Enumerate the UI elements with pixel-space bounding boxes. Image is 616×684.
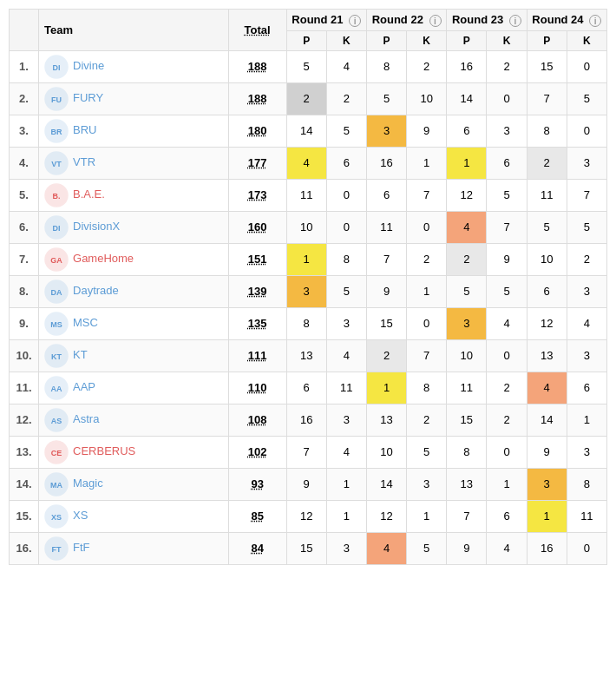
round22-info-icon[interactable]: i <box>429 15 442 27</box>
r21-p-cell: 11 <box>286 179 326 211</box>
total-value: 108 <box>248 413 267 426</box>
r21-k-header: K <box>326 30 366 50</box>
table-row: 5. B. B.A.E.17311067125117 <box>10 179 607 211</box>
rank-cell: 7. <box>10 243 39 275</box>
r23-p-cell: 3 <box>447 307 487 339</box>
r22-k-cell: 2 <box>407 404 447 436</box>
r21-p-cell: 13 <box>286 339 326 372</box>
total-cell: 173 <box>228 179 286 211</box>
table-row: 14. MA Magic939114313138 <box>10 468 607 500</box>
r23-p-cell: 8 <box>447 436 487 468</box>
r24-k-cell: 3 <box>567 339 606 372</box>
r22-k-cell: 9 <box>407 115 447 147</box>
table-row: 4. VT VTR177461611623 <box>10 147 607 179</box>
r22-p-cell: 14 <box>366 468 406 500</box>
r24-p-cell: 16 <box>527 532 567 564</box>
r21-p-cell: 16 <box>286 404 326 436</box>
table-row: 9. MS MSC1358315034124 <box>10 307 607 339</box>
r22-k-header: K <box>407 30 447 50</box>
r22-k-cell: 3 <box>407 468 447 500</box>
team-name: BRU <box>73 123 96 136</box>
total-cell: 188 <box>228 82 286 115</box>
team-name: FtF <box>73 541 90 554</box>
r24-k-cell: 11 <box>567 500 606 532</box>
r23-k-cell: 0 <box>487 339 527 372</box>
round21-info-icon[interactable]: i <box>349 15 361 27</box>
total-value: 139 <box>248 285 267 298</box>
total-cell: 151 <box>228 243 286 275</box>
r24-p-header: P <box>527 30 567 50</box>
table-row: 8. DA Daytrade13935915563 <box>10 275 607 307</box>
r23-p-cell: 14 <box>447 82 487 115</box>
team-logo: AS <box>44 408 69 432</box>
team-cell: DI Divine <box>39 50 229 82</box>
r24-p-cell: 10 <box>527 243 567 275</box>
team-name: AAP <box>73 380 95 393</box>
total-cell: 108 <box>228 404 286 436</box>
r24-k-cell: 3 <box>567 275 606 307</box>
r24-k-cell: 3 <box>567 147 606 179</box>
r24-p-cell: 6 <box>527 275 567 307</box>
r22-p-cell: 10 <box>366 436 406 468</box>
svg-text:MA: MA <box>50 481 62 490</box>
r21-p-cell: 9 <box>286 468 326 500</box>
r22-p-cell: 15 <box>366 307 406 339</box>
svg-text:B.: B. <box>53 192 61 201</box>
total-value: 177 <box>248 156 267 169</box>
r24-k-cell: 7 <box>567 179 606 211</box>
r24-p-cell: 8 <box>527 115 567 147</box>
team-cell: VT VTR <box>39 147 229 179</box>
total-value: 84 <box>251 542 263 555</box>
round22-header: Round 22 i <box>366 10 446 31</box>
total-value: 110 <box>248 381 267 394</box>
round24-info-icon[interactable]: i <box>589 15 601 27</box>
svg-text:CE: CE <box>51 449 62 457</box>
r21-p-cell: 15 <box>286 532 326 564</box>
r21-k-cell: 0 <box>326 179 366 211</box>
r21-k-cell: 0 <box>326 211 366 243</box>
r23-k-cell: 4 <box>487 532 527 564</box>
r21-k-cell: 4 <box>326 50 366 82</box>
r22-p-cell: 2 <box>366 339 406 372</box>
rank-cell: 15. <box>10 500 39 532</box>
r23-p-cell: 4 <box>447 211 487 243</box>
r22-k-cell: 1 <box>407 147 447 179</box>
r24-p-cell: 9 <box>527 436 567 468</box>
table-row: 12. AS Astra108163132152141 <box>10 404 607 436</box>
svg-text:DA: DA <box>51 288 62 297</box>
team-name: MSC <box>73 316 98 329</box>
r24-k-cell: 2 <box>567 243 606 275</box>
r22-p-cell: 9 <box>366 275 406 307</box>
r22-p-cell: 8 <box>366 50 406 82</box>
r23-k-cell: 6 <box>487 147 527 179</box>
team-cell: DA Daytrade <box>39 275 229 307</box>
r23-p-cell: 12 <box>447 179 487 211</box>
team-cell: BR BRU <box>39 115 229 147</box>
rank-cell: 16. <box>10 532 39 564</box>
team-logo: KT <box>44 344 69 368</box>
r22-k-cell: 5 <box>407 436 447 468</box>
r23-k-cell: 2 <box>487 372 527 404</box>
team-logo: DA <box>44 280 69 304</box>
total-cell: 188 <box>228 50 286 82</box>
team-cell: MS MSC <box>39 307 229 339</box>
r21-p-cell: 8 <box>286 307 326 339</box>
r22-p-cell: 3 <box>366 115 406 147</box>
table-row: 7. GA GameHome151187229102 <box>10 243 607 275</box>
r23-p-cell: 7 <box>447 500 487 532</box>
r22-k-cell: 1 <box>407 275 447 307</box>
r21-k-cell: 8 <box>326 243 366 275</box>
total-header: Total <box>228 10 286 51</box>
rank-cell: 3. <box>10 115 39 147</box>
r24-k-cell: 6 <box>567 372 606 404</box>
team-logo: BR <box>44 119 69 143</box>
r21-p-header: P <box>286 30 326 50</box>
total-value: 173 <box>248 188 267 201</box>
round23-info-icon[interactable]: i <box>509 15 521 27</box>
r21-k-cell: 2 <box>326 82 366 115</box>
r23-p-cell: 13 <box>447 468 487 500</box>
r23-p-cell: 10 <box>447 339 487 372</box>
total-value: 188 <box>248 60 267 73</box>
svg-text:MS: MS <box>50 320 62 329</box>
r23-k-cell: 7 <box>487 211 527 243</box>
